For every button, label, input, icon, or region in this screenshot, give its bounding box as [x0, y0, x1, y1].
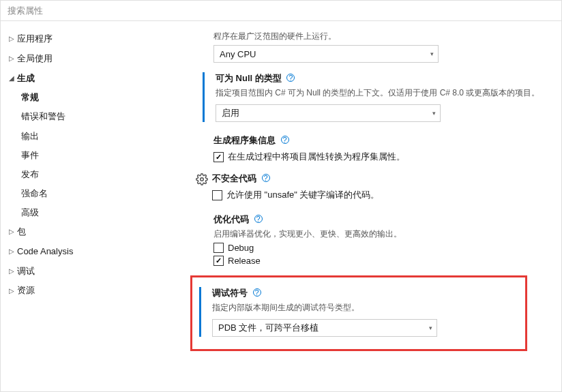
chevron-down-icon: ▾: [429, 325, 432, 331]
sidebar-subitem-strongname[interactable]: 强命名: [5, 184, 133, 203]
help-icon[interactable]: ?: [262, 174, 270, 182]
chevron-right-icon: ▷: [8, 226, 16, 237]
search-placeholder: 搜索属性: [8, 5, 43, 17]
debugsym-desc: 指定内部版本期间生成的调试符号类型。: [212, 302, 518, 314]
sidebar-item-label: 资源: [17, 284, 35, 298]
sidebar: ▷ 应用程序 ▷ 全局使用 ◢ 生成 常规 错误和警告 输出 事件 发布 强命名…: [1, 21, 137, 391]
sidebar-item-package[interactable]: ▷ 包: [5, 222, 133, 242]
sidebar-item-build[interactable]: ◢ 生成: [5, 69, 133, 89]
nullable-title: 可为 Null 的类型: [216, 73, 282, 83]
chevron-right-icon: ▷: [8, 246, 16, 257]
chevron-right-icon: ▷: [8, 53, 16, 64]
optimize-release-checkbox[interactable]: [213, 256, 224, 266]
assembly-checkbox-label: 在生成过程中将项目属性转换为程序集属性。: [228, 151, 405, 163]
chevron-right-icon: ▷: [8, 266, 16, 277]
sidebar-item-debug[interactable]: ▷ 调试: [5, 262, 133, 282]
sidebar-item-label: 全局使用: [17, 52, 53, 66]
platform-target-dropdown[interactable]: Any CPU ▾: [213, 45, 439, 63]
platform-target-section: 程序在最广泛范围的硬件上运行。 Any CPU ▾: [145, 31, 561, 63]
svg-point-0: [201, 178, 204, 181]
chevron-right-icon: ▷: [8, 33, 16, 44]
help-icon[interactable]: ?: [286, 74, 295, 82]
dropdown-value: 启用: [222, 107, 239, 119]
unsafe-section: 不安全代码 ? 允许使用 "unsafe" 关键字编译的代码。: [145, 172, 561, 204]
unsafe-title: 不安全代码: [212, 173, 256, 183]
unsafe-checkbox[interactable]: [212, 190, 222, 200]
settings-pane: 程序在最广泛范围的硬件上运行。 Any CPU ▾ 可为 Null 的类型 ? …: [137, 21, 561, 391]
optimize-debug-checkbox[interactable]: [213, 243, 224, 253]
debug-symbols-section: 调试符号 ? 指定内部版本期间生成的调试符号类型。 PDB 文件，可跨平台移植 …: [199, 287, 518, 337]
chevron-down-icon: ▾: [432, 110, 436, 117]
debugsym-title: 调试符号: [212, 288, 248, 298]
optimize-release-label: Release: [228, 256, 261, 266]
sidebar-item-global[interactable]: ▷ 全局使用: [5, 49, 133, 69]
sidebar-item-label: 生成: [17, 72, 35, 86]
nullable-section: 可为 Null 的类型 ? 指定项目范围内 C# 可为 Null 的类型的上下文…: [203, 72, 561, 122]
sidebar-subitem-advanced[interactable]: 高级: [5, 203, 133, 222]
help-icon[interactable]: ?: [253, 288, 261, 297]
search-bar[interactable]: 搜索属性: [1, 1, 561, 21]
gear-icon: [196, 173, 208, 185]
optimize-title: 优化代码: [213, 214, 249, 224]
sidebar-item-label: Code Analysis: [17, 245, 73, 259]
nullable-dropdown[interactable]: 启用 ▾: [216, 104, 441, 122]
sidebar-subitem-publish[interactable]: 发布: [5, 165, 133, 184]
optimize-debug-label: Debug: [228, 243, 254, 253]
sidebar-item-label: 包: [17, 225, 26, 239]
debugsym-dropdown[interactable]: PDB 文件，可跨平台移植 ▾: [212, 319, 437, 337]
dropdown-value: Any CPU: [220, 49, 256, 59]
help-icon[interactable]: ?: [281, 136, 289, 144]
assembly-info-section: 生成程序集信息 ? 在生成过程中将项目属性转换为程序集属性。: [145, 134, 561, 163]
sidebar-item-label: 应用程序: [17, 32, 53, 46]
sidebar-item-label: 调试: [17, 265, 35, 279]
sidebar-subitem-general[interactable]: 常规: [5, 88, 133, 107]
chevron-down-icon: ▾: [430, 50, 434, 57]
content-area: ▷ 应用程序 ▷ 全局使用 ◢ 生成 常规 错误和警告 输出 事件 发布 强命名…: [1, 21, 561, 391]
help-icon[interactable]: ?: [254, 215, 263, 223]
sidebar-item-codeanalysis[interactable]: ▷ Code Analysis: [5, 242, 133, 262]
platform-target-desc: 程序在最广泛范围的硬件上运行。: [213, 31, 561, 42]
sidebar-subitem-errors[interactable]: 错误和警告: [5, 107, 133, 126]
chevron-right-icon: ▷: [8, 286, 16, 297]
optimize-section: 优化代码 ? 启用编译器优化，实现更小、更快、更高效的输出。 Debug Rel…: [145, 213, 561, 266]
dropdown-value: PDB 文件，可跨平台移植: [218, 322, 319, 334]
assembly-title: 生成程序集信息: [213, 135, 276, 145]
debug-symbols-highlight: 调试符号 ? 指定内部版本期间生成的调试符号类型。 PDB 文件，可跨平台移植 …: [190, 275, 527, 351]
nullable-desc: 指定项目范围内 C# 可为 Null 的类型的上下文。仅适用于使用 C# 8.0…: [216, 87, 561, 99]
unsafe-checkbox-label: 允许使用 "unsafe" 关键字编译的代码。: [226, 189, 380, 201]
chevron-down-icon: ◢: [8, 73, 16, 84]
assembly-checkbox[interactable]: [213, 152, 224, 162]
optimize-desc: 启用编译器优化，实现更小、更快、更高效的输出。: [213, 228, 561, 240]
sidebar-subitem-output[interactable]: 输出: [5, 127, 133, 146]
sidebar-item-app[interactable]: ▷ 应用程序: [5, 29, 133, 49]
sidebar-subitem-events[interactable]: 事件: [5, 146, 133, 165]
sidebar-item-resource[interactable]: ▷ 资源: [5, 281, 133, 301]
